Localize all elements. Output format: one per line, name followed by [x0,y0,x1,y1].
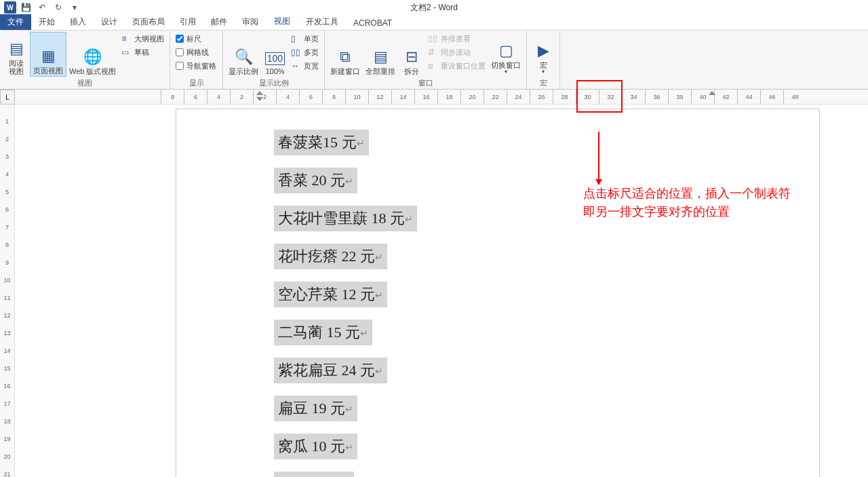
ruler-tick: 10 [345,90,368,104]
nav-check[interactable] [176,62,184,70]
draft-view-button[interactable]: ▭草稿 [119,45,167,59]
print-layout-button[interactable]: ▦ 页面视图 [30,32,66,77]
ruler-tick: 44 [737,90,760,104]
document-line[interactable]: 花叶疙瘩 22 元↵ [274,244,387,269]
ruler-tick: 4 [207,90,230,104]
print-layout-icon: ▦ [41,48,56,64]
ruler-tick: 22 [484,90,507,104]
ruler-tick: 46 [760,90,783,104]
tab-home[interactable]: 开始 [31,14,62,30]
side-by-side-icon: ▯▯ [428,34,439,43]
ribbon: ▤ 阅读 视图 ▦ 页面视图 🌐 Web 版式视图 ≡大纲视图 ▭草稿 视图 标… [0,30,868,90]
document-line[interactable]: 大花叶雪里蕻 18 元↵ [274,206,417,231]
ruler-tick: 38 [668,90,691,104]
paragraph-mark: ↵ [357,138,365,149]
zoom-button[interactable]: 🔍 显示比例 [226,32,261,77]
save-icon[interactable]: 💾 [19,1,33,14]
tab-design[interactable]: 设计 [94,14,125,30]
annotation-line1: 点击标尺适合的位置，插入一个制表符 [583,185,791,203]
vruler-tick: 3 [0,153,14,160]
reset-window-button[interactable]: ⧈重设窗口位置 [425,59,488,73]
vruler-tick: 4 [0,171,14,178]
tab-acrobat[interactable]: ACROBAT [346,16,399,30]
tab-view[interactable]: 视图 [266,13,298,30]
group-show-label: 显示 [173,78,220,89]
redo-icon[interactable]: ↻ [52,1,65,14]
document-body[interactable]: 春菠菜15 元↵香菜 20 元↵大花叶雪里蕻 18 元↵花叶疙瘩 22 元↵空心… [274,109,819,477]
zoom-icon: 🔍 [235,49,253,65]
web-layout-button[interactable]: 🌐 Web 版式视图 [66,32,119,77]
group-macros-label: 宏 [530,78,557,89]
ruler-checkbox[interactable]: 标尺 [173,32,219,45]
ruler-check[interactable] [176,35,184,43]
horizontal-ruler[interactable]: 8642246810121416182022242628303234363840… [15,90,868,104]
chevron-down-icon: ▾ [505,69,507,75]
read-mode-icon: ▤ [9,41,24,57]
ruler-tick: 6 [184,90,207,104]
paragraph-mark: ↵ [375,366,383,377]
qat-more-icon[interactable]: ▾ [68,1,81,14]
ruler-tick: 42 [714,90,737,104]
document-line[interactable]: 空心芹菜 12 元↵ [274,282,387,307]
tab-layout[interactable]: 页面布局 [125,14,172,30]
document-line[interactable]: 二马蔺 15 元↵ [274,320,372,345]
tab-review[interactable]: 审阅 [235,14,266,30]
paragraph-mark: ↵ [345,404,353,415]
ruler-tick: 48 [783,90,806,104]
document-title: 文档2 - Word [410,2,458,14]
document-line[interactable]: 春菠菜15 元↵ [274,130,369,155]
tab-insert[interactable]: 插入 [62,14,94,30]
multi-page-button[interactable]: ▯▯多页 [288,45,321,59]
document-line[interactable]: 香菜 20 元↵ [274,168,357,193]
tab-references[interactable]: 引用 [172,14,203,30]
tab-developer[interactable]: 开发工具 [298,14,346,30]
vertical-ruler[interactable]: 123456789101112131415161718192021 [0,104,15,477]
page: 春菠菜15 元↵香菜 20 元↵大花叶雪里蕻 18 元↵花叶疙瘩 22 元↵空心… [176,109,820,477]
page-width-icon: ↔ [291,61,302,71]
tab-file[interactable]: 文件 [0,14,31,30]
title-bar: W 💾 ↶ ↻ ▾ 文档2 - Word [0,0,868,15]
sync-scroll-button[interactable]: ⇵同步滚动 [425,45,488,59]
annotation-line2: 即另一排文字要对齐的位置 [583,203,791,221]
macros-button[interactable]: ▶宏▾ [530,32,557,77]
side-by-side-button[interactable]: ▯▯并排查看 [425,32,488,45]
document-line[interactable]: 扁豆 19 元↵ [274,396,357,421]
document-line[interactable]: 铁杆青 16↵ [274,472,354,477]
grid-check[interactable] [176,48,184,56]
vruler-tick: 11 [0,294,14,301]
ruler-tick: 18 [437,90,460,104]
document-line[interactable]: 紫花扁豆 24 元↵ [274,358,387,383]
undo-icon[interactable]: ↶ [35,1,49,14]
nav-pane-checkbox[interactable]: 导航窗格 [173,59,219,73]
new-window-button[interactable]: ⧉新建窗口 [328,32,363,77]
document-line[interactable]: 窝瓜 10 元↵ [274,434,357,459]
ruler-tick: 2 [230,90,253,104]
read-mode-button[interactable]: ▤ 阅读 视图 [3,32,30,77]
arrange-all-button[interactable]: ▤全部重排 [363,32,398,77]
ruler-tick: 16 [414,90,437,104]
zoom-100-button[interactable]: 100 100% [261,32,288,77]
hundred-icon: 100 [265,52,285,65]
group-zoom-label: 显示比例 [226,78,321,89]
page-width-button[interactable]: ↔页宽 [288,59,321,73]
views-extra-col: ≡大纲视图 ▭草稿 [119,32,167,77]
gridlines-checkbox[interactable]: 网格线 [173,45,219,59]
switch-windows-button[interactable]: ▢切换窗口▾ [488,32,524,77]
tab-mail[interactable]: 邮件 [203,14,235,30]
split-button[interactable]: ⊟拆分 [398,32,425,77]
ruler-tick: 6 [299,90,322,104]
one-page-icon: ▯ [291,34,302,43]
ruler-tick: 24 [507,90,530,104]
vruler-tick: 20 [0,453,14,460]
one-page-button[interactable]: ▯单页 [288,32,321,45]
ribbon-tabs: 文件 开始 插入 设计 页面布局 引用 邮件 审阅 视图 开发工具 ACROBA… [0,15,868,30]
outline-icon: ≡ [121,34,132,43]
sync-scroll-icon: ⇵ [428,47,439,57]
vruler-tick: 10 [0,277,14,284]
tab-selector[interactable]: L [0,90,15,104]
ruler-tick: 14 [391,90,414,104]
outline-view-button[interactable]: ≡大纲视图 [119,32,167,45]
web-layout-icon: 🌐 [83,49,102,65]
group-window: ⧉新建窗口 ▤全部重排 ⊟拆分 ▯▯并排查看 ⇵同步滚动 ⧈重设窗口位置 ▢切换… [325,31,527,89]
ruler-tick: 20 [460,90,484,104]
